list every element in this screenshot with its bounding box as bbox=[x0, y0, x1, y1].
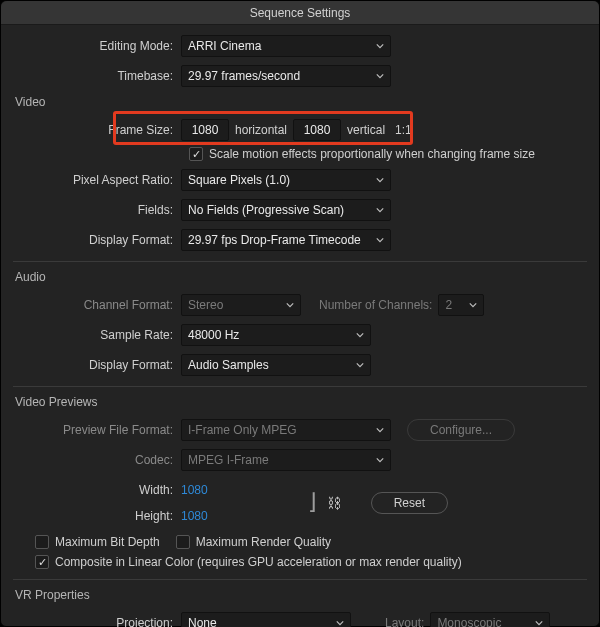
link-icon[interactable]: ⛓ bbox=[327, 495, 341, 511]
previews-section-title: Video Previews bbox=[15, 395, 587, 409]
frame-size-label: Frame Size: bbox=[13, 123, 181, 137]
sample-rate-select[interactable]: 48000 Hz bbox=[181, 324, 371, 346]
projection-select[interactable]: None bbox=[181, 612, 351, 627]
chevron-down-icon bbox=[376, 176, 384, 184]
timebase-value: 29.97 frames/second bbox=[188, 69, 300, 83]
vertical-label: vertical bbox=[347, 123, 385, 137]
fields-select[interactable]: No Fields (Progressive Scan) bbox=[181, 199, 391, 221]
chevron-down-icon bbox=[376, 426, 384, 434]
layout-select: Monoscopic bbox=[430, 612, 550, 627]
configure-button: Configure... bbox=[407, 419, 515, 441]
frame-size-row: Frame Size: 1080 horizontal 1080 vertica… bbox=[13, 119, 587, 141]
chevron-down-icon bbox=[535, 619, 543, 627]
audio-display-format-value: Audio Samples bbox=[188, 358, 269, 372]
editing-mode-value: ARRI Cinema bbox=[188, 39, 261, 53]
audio-display-format-row: Display Format: Audio Samples bbox=[13, 354, 587, 376]
codec-value: MPEG I-Frame bbox=[188, 453, 269, 467]
preview-width-row: Width: 1080 bbox=[13, 479, 208, 501]
editing-mode-select[interactable]: ARRI Cinema bbox=[181, 35, 391, 57]
video-display-format-label: Display Format: bbox=[13, 233, 181, 247]
chevron-down-icon bbox=[376, 206, 384, 214]
timebase-label: Timebase: bbox=[13, 69, 181, 83]
composite-label: Composite in Linear Color (requires GPU … bbox=[55, 555, 462, 569]
sample-rate-label: Sample Rate: bbox=[13, 328, 181, 342]
codec-row: Codec: MPEG I-Frame bbox=[13, 449, 587, 471]
chevron-down-icon bbox=[336, 619, 344, 627]
fields-row: Fields: No Fields (Progressive Scan) bbox=[13, 199, 587, 221]
num-channels-select: 2 bbox=[438, 294, 484, 316]
bracket-icon: ⌋ bbox=[308, 491, 317, 513]
window-title: Sequence Settings bbox=[250, 6, 351, 20]
scale-motion-checkbox[interactable] bbox=[189, 147, 203, 161]
num-channels-label: Number of Channels: bbox=[319, 298, 432, 312]
sequence-settings-window: Sequence Settings Editing Mode: ARRI Cin… bbox=[0, 0, 600, 627]
preview-height-row: Height: 1080 bbox=[13, 505, 208, 527]
frame-height-input[interactable]: 1080 bbox=[293, 119, 341, 141]
video-section-title: Video bbox=[15, 95, 587, 109]
divider bbox=[13, 261, 587, 262]
projection-label: Projection: bbox=[13, 616, 181, 627]
timebase-row: Timebase: 29.97 frames/second bbox=[13, 65, 587, 87]
fields-value: No Fields (Progressive Scan) bbox=[188, 203, 344, 217]
reset-button[interactable]: Reset bbox=[371, 492, 448, 514]
par-select[interactable]: Square Pixels (1.0) bbox=[181, 169, 391, 191]
num-channels-value: 2 bbox=[445, 298, 452, 312]
chevron-down-icon bbox=[376, 72, 384, 80]
divider bbox=[13, 386, 587, 387]
projection-value: None bbox=[188, 616, 217, 627]
window-content: Editing Mode: ARRI Cinema Timebase: 29.9… bbox=[1, 25, 599, 627]
video-display-format-select[interactable]: 29.97 fps Drop-Frame Timecode bbox=[181, 229, 391, 251]
chevron-down-icon bbox=[356, 331, 364, 339]
max-bit-depth-checkbox[interactable] bbox=[35, 535, 49, 549]
horizontal-label: horizontal bbox=[235, 123, 287, 137]
max-render-quality-label: Maximum Render Quality bbox=[196, 535, 331, 549]
scale-motion-row: Scale motion effects proportionally when… bbox=[189, 147, 587, 161]
divider bbox=[13, 579, 587, 580]
max-bit-depth-row: Maximum Bit Depth Maximum Render Quality bbox=[35, 535, 587, 549]
par-label: Pixel Aspect Ratio: bbox=[13, 173, 181, 187]
channel-format-select: Stereo bbox=[181, 294, 301, 316]
composite-row: Composite in Linear Color (requires GPU … bbox=[35, 555, 587, 569]
preview-file-format-value: I-Frame Only MPEG bbox=[188, 423, 297, 437]
par-row: Pixel Aspect Ratio: Square Pixels (1.0) bbox=[13, 169, 587, 191]
projection-row: Projection: None Layout: Monoscopic bbox=[13, 612, 587, 627]
layout-label: Layout: bbox=[385, 616, 424, 627]
preview-file-format-row: Preview File Format: I-Frame Only MPEG C… bbox=[13, 419, 587, 441]
chevron-down-icon bbox=[356, 361, 364, 369]
fields-label: Fields: bbox=[13, 203, 181, 217]
audio-display-format-select[interactable]: Audio Samples bbox=[181, 354, 371, 376]
channel-format-row: Channel Format: Stereo Number of Channel… bbox=[13, 294, 587, 316]
preview-file-format-label: Preview File Format: bbox=[13, 423, 181, 437]
editing-mode-label: Editing Mode: bbox=[13, 39, 181, 53]
window-titlebar: Sequence Settings bbox=[1, 1, 599, 25]
preview-file-format-select: I-Frame Only MPEG bbox=[181, 419, 391, 441]
channel-format-label: Channel Format: bbox=[13, 298, 181, 312]
par-value: Square Pixels (1.0) bbox=[188, 173, 290, 187]
vr-section-title: VR Properties bbox=[15, 588, 587, 602]
chevron-down-icon bbox=[376, 236, 384, 244]
audio-display-format-label: Display Format: bbox=[13, 358, 181, 372]
preview-width-value[interactable]: 1080 bbox=[181, 483, 208, 497]
scale-motion-label: Scale motion effects proportionally when… bbox=[209, 147, 535, 161]
aspect-ratio-text: 1:1 bbox=[395, 123, 412, 137]
max-render-quality-checkbox[interactable] bbox=[176, 535, 190, 549]
chevron-down-icon bbox=[376, 42, 384, 50]
editing-mode-row: Editing Mode: ARRI Cinema bbox=[13, 35, 587, 57]
video-display-format-value: 29.97 fps Drop-Frame Timecode bbox=[188, 233, 361, 247]
sample-rate-row: Sample Rate: 48000 Hz bbox=[13, 324, 587, 346]
chevron-down-icon bbox=[376, 456, 384, 464]
timebase-select[interactable]: 29.97 frames/second bbox=[181, 65, 391, 87]
chevron-down-icon bbox=[469, 301, 477, 309]
preview-width-label: Width: bbox=[13, 483, 181, 497]
codec-label: Codec: bbox=[13, 453, 181, 467]
codec-select: MPEG I-Frame bbox=[181, 449, 391, 471]
layout-value: Monoscopic bbox=[437, 616, 501, 627]
video-display-format-row: Display Format: 29.97 fps Drop-Frame Tim… bbox=[13, 229, 587, 251]
sample-rate-value: 48000 Hz bbox=[188, 328, 239, 342]
frame-width-input[interactable]: 1080 bbox=[181, 119, 229, 141]
preview-height-label: Height: bbox=[13, 509, 181, 523]
composite-checkbox[interactable] bbox=[35, 555, 49, 569]
chevron-down-icon bbox=[286, 301, 294, 309]
audio-section-title: Audio bbox=[15, 270, 587, 284]
preview-height-value[interactable]: 1080 bbox=[181, 509, 208, 523]
